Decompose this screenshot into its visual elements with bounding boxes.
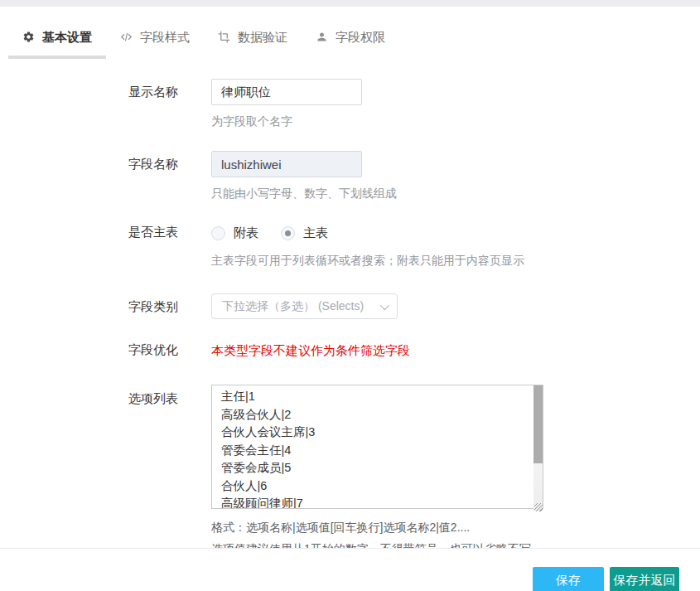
display-name-label: 显示名称 xyxy=(128,79,211,129)
tab-bar: 基本设置 字段样式 数据验证 字段权限 xyxy=(0,7,700,59)
radio-circle-icon xyxy=(211,226,225,240)
options-format-hint: 格式：选项名称|选项值[回车换行]选项名称2|值2.... xyxy=(211,518,543,536)
options-list-textarea[interactable]: 主任|1 高级合伙人|2 合伙人会议主席|3 管委会主任|4 管委会成员|5 合… xyxy=(211,385,543,509)
tab-basic-settings[interactable]: 基本设置 xyxy=(8,23,106,59)
code-icon xyxy=(120,31,133,46)
scrollbar-thumb[interactable] xyxy=(533,385,543,463)
options-list-row: 选项列表 主任|1 高级合伙人|2 合伙人会议主席|3 管委会主任|4 管委会成… xyxy=(128,385,700,558)
main-table-row: 是否主表 附表 主表 主表字段可用于列表循环或者搜索；附表只能用于内容页显示 xyxy=(128,223,700,269)
footer-buttons: 保存 保存并返回 xyxy=(533,567,679,591)
main-table-label: 是否主表 xyxy=(128,223,211,269)
chevron-down-icon xyxy=(380,300,389,309)
gear-icon xyxy=(22,31,35,46)
field-type-select[interactable]: 下拉选择（多选） (Selects) xyxy=(211,293,398,319)
field-name-label: 字段名称 xyxy=(128,151,211,201)
field-type-selected-value: 下拉选择（多选） (Selects) xyxy=(222,299,364,314)
basic-settings-form: 显示名称 为字段取个名字 字段名称 只能由小写字母、数字、下划线组成 是否主表 … xyxy=(0,59,700,558)
radio-circle-icon xyxy=(281,226,295,240)
save-and-return-button[interactable]: 保存并返回 xyxy=(610,567,679,591)
main-table-radio-group: 附表 主表 xyxy=(211,223,524,241)
radio-label: 附表 xyxy=(234,225,258,241)
display-name-row: 显示名称 为字段取个名字 xyxy=(128,79,700,129)
save-button[interactable]: 保存 xyxy=(533,567,604,591)
top-divider-bar xyxy=(0,0,700,7)
crop-icon xyxy=(218,31,230,46)
radio-label: 主表 xyxy=(303,225,328,241)
field-type-label: 字段类别 xyxy=(128,293,211,319)
field-optimize-row: 字段优化 本类型字段不建议作为条件筛选字段 xyxy=(128,342,700,359)
tab-field-style[interactable]: 字段样式 xyxy=(106,23,204,59)
display-name-hint: 为字段取个名字 xyxy=(211,113,362,129)
field-name-row: 字段名称 只能由小写字母、数字、下划线组成 xyxy=(128,151,700,201)
tab-field-permissions[interactable]: 字段权限 xyxy=(302,23,399,59)
tab-label: 字段样式 xyxy=(140,30,190,46)
textarea-scrollbar[interactable] xyxy=(533,385,543,511)
tab-data-validation[interactable]: 数据验证 xyxy=(204,23,302,59)
tab-label: 字段权限 xyxy=(336,30,385,46)
tab-label: 数据验证 xyxy=(238,30,287,46)
field-optimize-warning: 本类型字段不建议作为条件筛选字段 xyxy=(211,342,410,359)
main-table-hint: 主表字段可用于列表循环或者搜索；附表只能用于内容页显示 xyxy=(211,252,524,269)
field-type-row: 字段类别 下拉选择（多选） (Selects) xyxy=(128,293,700,319)
field-optimize-label: 字段优化 xyxy=(128,342,211,359)
radio-main-table[interactable]: 主表 xyxy=(281,225,328,241)
options-list-label: 选项列表 xyxy=(128,385,211,558)
tab-label: 基本设置 xyxy=(42,30,92,46)
display-name-input[interactable] xyxy=(211,79,362,105)
footer-bar: 保存 保存并返回 xyxy=(0,548,700,591)
resize-grip-icon[interactable] xyxy=(534,503,543,511)
radio-sub-table[interactable]: 附表 xyxy=(211,225,258,241)
options-list-textarea-wrap: 主任|1 高级合伙人|2 合伙人会议主席|3 管委会主任|4 管委会成员|5 合… xyxy=(211,385,543,512)
field-name-input[interactable] xyxy=(211,151,362,177)
user-icon xyxy=(316,31,328,46)
field-name-hint: 只能由小写字母、数字、下划线组成 xyxy=(211,185,397,201)
